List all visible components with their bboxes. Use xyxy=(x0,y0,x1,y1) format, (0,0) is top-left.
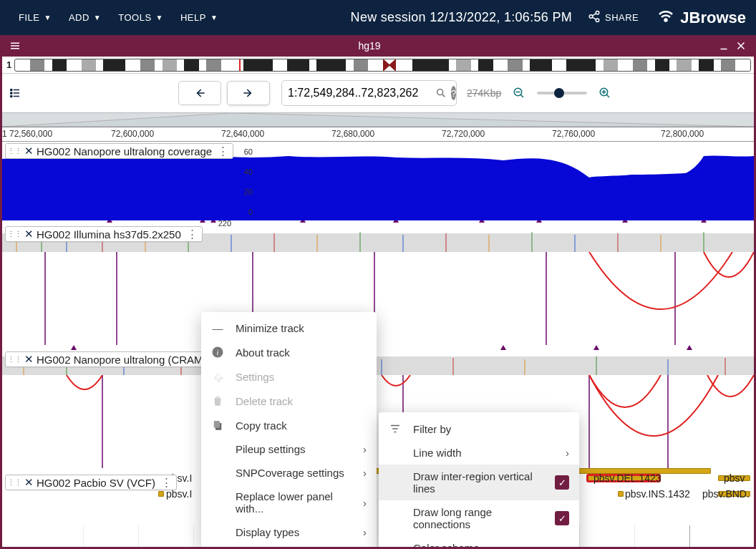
track-context-submenu: Filter by Line width › Draw inter-region… xyxy=(379,412,579,547)
track-menu-button[interactable]: ⋮ xyxy=(218,145,228,157)
wifi-icon xyxy=(657,7,674,28)
ruler-tick: 72,800,000 xyxy=(661,129,704,139)
close-icon[interactable]: ✕ xyxy=(24,476,34,489)
track-selector-button[interactable] xyxy=(6,84,24,102)
gear-icon xyxy=(210,370,226,383)
brand-logo: JBrowse xyxy=(657,7,746,28)
svg-point-2 xyxy=(596,19,599,22)
svg-rect-41 xyxy=(2,252,754,345)
axis-label: 40 xyxy=(236,167,253,176)
ruler-tick: 72,640,000 xyxy=(221,129,264,139)
trash-icon xyxy=(210,394,226,407)
menu-copy-track[interactable]: Copy track xyxy=(201,413,377,437)
submenu-color-scheme[interactable]: Color scheme › xyxy=(379,536,579,547)
zoom-out-button[interactable] xyxy=(513,87,525,99)
svg-point-6 xyxy=(11,95,12,97)
menu-settings: Settings xyxy=(201,364,377,389)
drag-handle-icon[interactable]: ⋮⋮ xyxy=(7,478,21,487)
drag-handle-icon[interactable]: ⋮⋮ xyxy=(7,230,21,239)
submenu-line-width[interactable]: Line width › xyxy=(379,441,579,465)
chevron-right-icon: › xyxy=(363,443,367,455)
overview-scale[interactable] xyxy=(2,113,754,127)
share-button[interactable]: SHARE xyxy=(581,6,646,29)
checkbox-checked-icon: ✓ xyxy=(555,475,569,490)
chevron-down-icon: ▼ xyxy=(44,14,51,21)
menu-display-types[interactable]: Display types › xyxy=(201,520,377,544)
drag-handle-icon[interactable]: ⋮⋮ xyxy=(7,147,21,156)
minimize-view-button[interactable] xyxy=(715,37,732,54)
track-label-pacbio-vcf: ⋮⋮ ✕ HG002 Pacbio SV (VCF) ⋮ xyxy=(5,475,177,490)
chevron-right-icon: › xyxy=(566,542,569,547)
axis-label: 0 xyxy=(236,208,253,216)
menu-file[interactable]: FILE▼ xyxy=(10,6,60,29)
track-menu-button[interactable]: ⋮ xyxy=(161,476,172,489)
zoom-in-button[interactable] xyxy=(598,87,611,99)
linear-genome-view: hg19 1 xyxy=(0,35,756,549)
arc-display-illumina[interactable] xyxy=(2,252,754,345)
track-context-menu: — Minimize track i About track Settings … xyxy=(201,312,377,547)
menu-add[interactable]: ADD▼ xyxy=(60,6,110,29)
axis-label: 60 xyxy=(236,147,253,156)
ruler-tick: 1 72,560,000 xyxy=(2,129,52,139)
ruler-tick: 72,680,000 xyxy=(331,129,374,139)
menu-help[interactable]: HELP▼ xyxy=(172,6,226,29)
navigation-toolbar: ? 274Kbp xyxy=(2,74,754,113)
feature-label: pbsv.INS.1432 xyxy=(625,488,690,500)
submenu-filter-by[interactable]: Filter by xyxy=(379,417,579,441)
svg-point-5 xyxy=(11,92,12,94)
minimize-icon: — xyxy=(210,322,226,334)
location-input[interactable] xyxy=(288,87,431,99)
location-box: ? xyxy=(281,80,457,106)
close-icon[interactable]: ✕ xyxy=(24,228,34,241)
menu-snpcoverage-settings[interactable]: SNPCoverage settings › xyxy=(201,461,377,485)
feature-label: pbsv xyxy=(724,472,745,484)
chromosome-ideogram[interactable] xyxy=(14,59,751,72)
svg-point-3 xyxy=(665,19,667,21)
drag-handle-icon[interactable]: ⋮⋮ xyxy=(7,355,21,364)
checkbox-checked-icon: ✓ xyxy=(555,511,569,525)
axis-label: 220 xyxy=(210,219,231,228)
track-menu-button[interactable]: ⋮ xyxy=(187,228,198,241)
svg-rect-76 xyxy=(214,421,220,428)
close-view-button[interactable] xyxy=(732,37,750,54)
menu-tools[interactable]: TOOLS▼ xyxy=(110,6,172,29)
nav-back-button[interactable] xyxy=(178,81,221,105)
ruler-tick: 72,600,000 xyxy=(111,129,154,139)
svg-point-0 xyxy=(596,11,599,15)
nav-forward-button[interactable] xyxy=(227,81,270,105)
track-name: HG002 Nanopore ultralong coverage xyxy=(37,145,212,157)
submenu-draw-vertical-lines[interactable]: Draw inter-region vertical lines ✓ xyxy=(379,465,579,500)
search-icon[interactable] xyxy=(435,87,447,99)
close-icon[interactable]: ✕ xyxy=(24,353,34,366)
chevron-right-icon: › xyxy=(363,526,367,538)
help-icon[interactable]: ? xyxy=(451,86,456,100)
track-name: HG002 Nanopore ultralong (CRAM) xyxy=(37,354,207,366)
assembly-name: hg19 xyxy=(24,40,715,52)
svg-point-4 xyxy=(11,89,12,90)
info-icon: i xyxy=(210,346,226,359)
view-menu-button[interactable] xyxy=(6,37,24,54)
session-title: New session 12/13/2022, 1:06:56 PM xyxy=(351,10,572,25)
app-menubar: FILE▼ ADD▼ TOOLS▼ HELP▼ New session 12/1… xyxy=(0,0,756,35)
ruler-tick: 72,720,000 xyxy=(442,129,485,139)
chevron-down-icon: ▼ xyxy=(210,14,218,21)
chevron-right-icon: › xyxy=(363,467,367,479)
tracks-container: ⋮⋮ ✕ HG002 Nanopore ultralong coverage ⋮… xyxy=(2,142,754,547)
submenu-draw-long-range[interactable]: Draw long range connections ✓ xyxy=(379,500,579,536)
filter-icon xyxy=(387,422,403,435)
chevron-down-icon: ▼ xyxy=(156,14,163,21)
arc-display-cram[interactable] xyxy=(2,375,754,468)
svg-marker-10 xyxy=(2,113,754,127)
copy-icon xyxy=(210,419,226,432)
menu-minimize-track[interactable]: — Minimize track xyxy=(201,316,377,340)
close-icon[interactable]: ✕ xyxy=(24,145,34,157)
menu-delete-track: Delete track xyxy=(201,389,377,413)
menu-pileup-settings[interactable]: Pileup settings › xyxy=(201,437,377,461)
menu-replace-lower-panel[interactable]: Replace lower panel with... › xyxy=(201,485,377,520)
track-label-illumina: ⋮⋮ ✕ HG002 Illumina hs37d5.2x250 ⋮ xyxy=(5,226,203,242)
track-label-nanopore-cram: ⋮⋮ ✕ HG002 Nanopore ultralong (CRAM) ⋮ xyxy=(5,351,228,367)
share-icon xyxy=(588,10,601,25)
menu-about-track[interactable]: i About track xyxy=(201,340,377,364)
zoom-slider[interactable] xyxy=(537,92,587,94)
slider-thumb[interactable] xyxy=(554,88,564,98)
